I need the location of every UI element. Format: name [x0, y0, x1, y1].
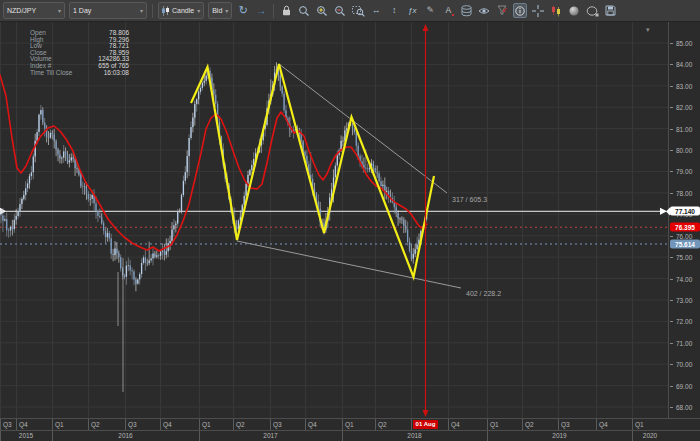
year-label: 2018: [342, 432, 487, 439]
toolbar-separator: [152, 4, 153, 18]
price-tick-label: 82.00: [676, 104, 692, 111]
quote-side-label: Bid: [212, 7, 222, 14]
price-tag: 75.614: [670, 239, 700, 248]
quarter-label: Q3: [561, 421, 570, 428]
price-tick: [670, 171, 673, 172]
quarter-tick: [305, 419, 306, 430]
quarter-tick: [558, 419, 559, 430]
quarter-label: Q4: [19, 421, 28, 428]
price-tick: [670, 321, 673, 322]
quarter-label: Q4: [451, 421, 460, 428]
event-date-tag: 01 Aug: [413, 420, 438, 429]
ellipse-tool-icon[interactable]: [585, 3, 599, 18]
sphere-icon[interactable]: [567, 3, 581, 18]
quarter-tick: [160, 419, 161, 430]
quarter-label: Q2: [236, 421, 245, 428]
quarter-tick: [52, 419, 53, 430]
price-tag: 77.140: [670, 207, 700, 216]
quarter-tick: [0, 419, 1, 430]
quarter-tick: [487, 419, 488, 430]
price-tick: [670, 364, 673, 365]
quarter-label: Q3: [273, 421, 282, 428]
price-tick-label: 84.00: [676, 61, 692, 68]
price-tick: [670, 343, 673, 344]
horizontal-resize-icon[interactable]: ↔: [369, 3, 383, 18]
quarter-tick: [233, 419, 234, 430]
quarter-tick: [448, 419, 449, 430]
period-label: 1 Day: [73, 7, 91, 14]
price-tick-label: 79.00: [676, 168, 692, 175]
crosshair-icon[interactable]: [531, 3, 545, 18]
mini-candles-icon[interactable]: [549, 3, 563, 18]
price-tick-label: 68.00: [676, 404, 692, 411]
vertical-resize-icon[interactable]: ↕: [387, 3, 401, 18]
chart-area[interactable]: 317 / 605.3402 / 228.2 Open78.806High79.…: [0, 22, 668, 418]
quarter-label: Q2: [91, 421, 100, 428]
price-tick: [670, 150, 673, 151]
quarter-label: Q1: [490, 421, 499, 428]
price-tick: [670, 43, 673, 44]
quarter-tick: [342, 419, 343, 430]
year-label: 2015: [0, 432, 52, 439]
price-tick: [670, 64, 673, 65]
quarter-tick: [411, 419, 412, 430]
price-tag: 76.395: [670, 223, 700, 232]
price-pointer-icon[interactable]: [495, 3, 509, 18]
vertical-event-line: [423, 24, 429, 417]
axis-options-caret[interactable]: ▾: [646, 26, 650, 34]
grid-lines: [0, 22, 668, 418]
zoom-in-icon[interactable]: [315, 3, 329, 18]
price-tick-label: 69.00: [676, 382, 692, 389]
save-icon[interactable]: [603, 3, 617, 18]
quarter-label: Q4: [599, 421, 608, 428]
quarter-tick: [16, 419, 17, 430]
quarter-label: Q1: [55, 421, 64, 428]
price-tick-label: 83.00: [676, 82, 692, 89]
zoom-out-icon[interactable]: [333, 3, 347, 18]
info-tool-icon[interactable]: [513, 3, 527, 18]
price-tick: [670, 86, 673, 87]
price-tick-label: 71.00: [676, 339, 692, 346]
goto-end-icon[interactable]: →: [254, 3, 268, 18]
chevron-down-icon: ▾: [140, 8, 143, 14]
quarter-tick: [632, 419, 633, 430]
time-axis[interactable]: Q3Q4Q1Q2Q3Q4Q1Q2Q3Q4Q1Q2Q4Q1Q2Q3Q4Q12015…: [0, 418, 700, 441]
chart-style-dropdown[interactable]: Candle ▾: [158, 2, 204, 19]
symbol-dropdown[interactable]: NZD/JPY ▾: [3, 2, 65, 19]
main-toolbar: NZD/JPY ▾ 1 Day ▾ Candle ▾ Bid ▾ ↻ →: [0, 0, 700, 22]
zoom-search-icon[interactable]: [297, 3, 311, 18]
text-tool-icon[interactable]: A: [441, 3, 455, 18]
eye-icon[interactable]: [477, 3, 491, 18]
chevron-down-icon: ▾: [225, 8, 228, 14]
price-tick-label: 76.00: [676, 232, 692, 239]
zoom-region-icon[interactable]: [351, 3, 365, 18]
period-dropdown[interactable]: 1 Day ▾: [69, 2, 147, 19]
quarter-label: Q3: [128, 421, 137, 428]
candle-style-icon: [162, 6, 169, 16]
price-tick: [670, 193, 673, 194]
toolbar-separator: [273, 4, 274, 18]
ohlc-info-panel: Open78.806High79.296Low78.721Close78.959…: [30, 30, 129, 76]
info-label: Time Till Close: [30, 70, 72, 77]
price-tag-arrow: [666, 207, 670, 215]
quote-side-dropdown[interactable]: Bid ▾: [208, 2, 232, 19]
price-tick: [670, 279, 673, 280]
price-tick: [670, 407, 673, 408]
price-tick-label: 74.00: [676, 275, 692, 282]
pencil-tool-icon[interactable]: ✎: [423, 3, 437, 18]
lock-icon[interactable]: [279, 3, 293, 18]
text-tool-glyph: A: [446, 6, 452, 15]
price-chart-canvas[interactable]: 317 / 605.3402 / 228.2: [0, 22, 668, 418]
quarter-label: Q1: [345, 421, 354, 428]
chevron-down-icon: ▾: [197, 8, 200, 14]
year-label: 2017: [199, 432, 342, 439]
measurement-label: 317 / 605.3: [452, 196, 487, 203]
quarter-tick: [375, 419, 376, 430]
price-axis[interactable]: 68.0069.0070.0071.0072.0073.0074.0075.00…: [668, 22, 700, 418]
function-tool-icon[interactable]: ƒx: [405, 3, 419, 18]
refresh-icon[interactable]: ↻: [236, 3, 250, 18]
price-tick: [670, 386, 673, 387]
layers-database-icon[interactable]: [459, 3, 473, 18]
price-tick-label: 80.00: [676, 147, 692, 154]
year-label: 2020: [632, 432, 668, 439]
